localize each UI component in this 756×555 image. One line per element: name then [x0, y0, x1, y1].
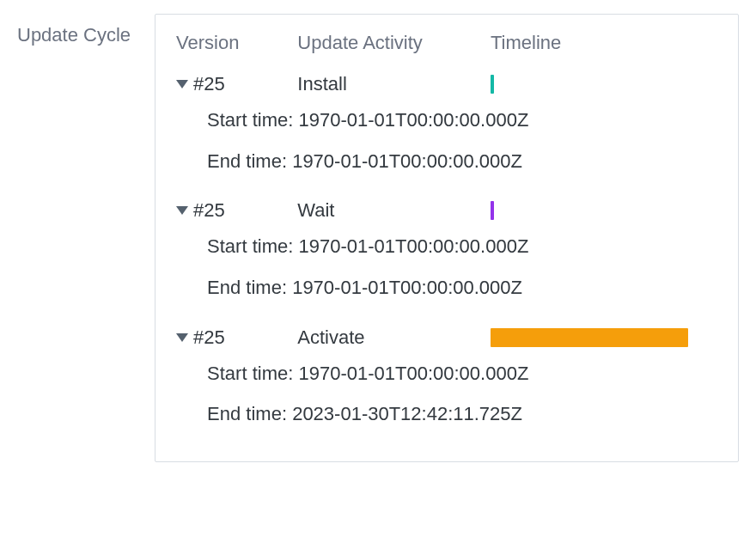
start-value: 1970-01-01T00:00:00.000Z	[298, 235, 528, 257]
start-value: 1970-01-01T00:00:00.000Z	[298, 363, 528, 384]
timeline-bar	[491, 201, 494, 220]
end-value: 1970-01-01T00:00:00.000Z	[292, 150, 522, 172]
caret-down-icon[interactable]	[176, 206, 188, 215]
end-label: End time:	[207, 277, 287, 298]
header-activity: Update Activity	[292, 28, 485, 66]
detail-start: Start time: 1970-01-01T00:00:00.000Z	[171, 104, 722, 145]
detail-end: End time: 1970-01-01T00:00:00.000Z	[171, 271, 722, 313]
activity-text: Install	[297, 73, 346, 95]
version-text: #25	[193, 199, 225, 222]
update-cycle-panel: Version Update Activity Timeline #25 Ins…	[155, 14, 739, 462]
header-timeline: Timeline	[485, 28, 722, 66]
table-row[interactable]: #25 Activate	[171, 320, 722, 357]
header-version: Version	[171, 28, 292, 66]
detail-end: End time: 1970-01-01T00:00:00.000Z	[171, 145, 722, 186]
table-row[interactable]: #25 Install	[171, 66, 722, 104]
detail-end: End time: 2023-01-30T12:42:11.725Z	[171, 398, 722, 439]
table-row[interactable]: #25 Wait	[171, 192, 722, 230]
timeline-bar	[491, 75, 494, 94]
detail-start: Start time: 1970-01-01T00:00:00.000Z	[171, 357, 722, 399]
timeline-bar	[491, 328, 688, 347]
version-text: #25	[193, 326, 225, 349]
section-label: Update Cycle	[17, 14, 131, 49]
version-text: #25	[193, 73, 225, 95]
end-label: End time:	[207, 403, 287, 424]
start-label: Start time:	[207, 235, 293, 257]
detail-start: Start time: 1970-01-01T00:00:00.000Z	[171, 230, 722, 271]
caret-down-icon[interactable]	[176, 333, 188, 342]
activity-text: Wait	[297, 199, 334, 221]
caret-down-icon[interactable]	[176, 80, 188, 88]
end-label: End time:	[207, 150, 287, 172]
update-cycle-table: Version Update Activity Timeline #25 Ins…	[171, 28, 722, 446]
end-value: 1970-01-01T00:00:00.000Z	[292, 277, 522, 298]
end-value: 2023-01-30T12:42:11.725Z	[292, 403, 522, 424]
start-label: Start time:	[207, 363, 293, 384]
activity-text: Activate	[297, 326, 364, 348]
start-label: Start time:	[207, 109, 293, 131]
start-value: 1970-01-01T00:00:00.000Z	[298, 109, 528, 131]
